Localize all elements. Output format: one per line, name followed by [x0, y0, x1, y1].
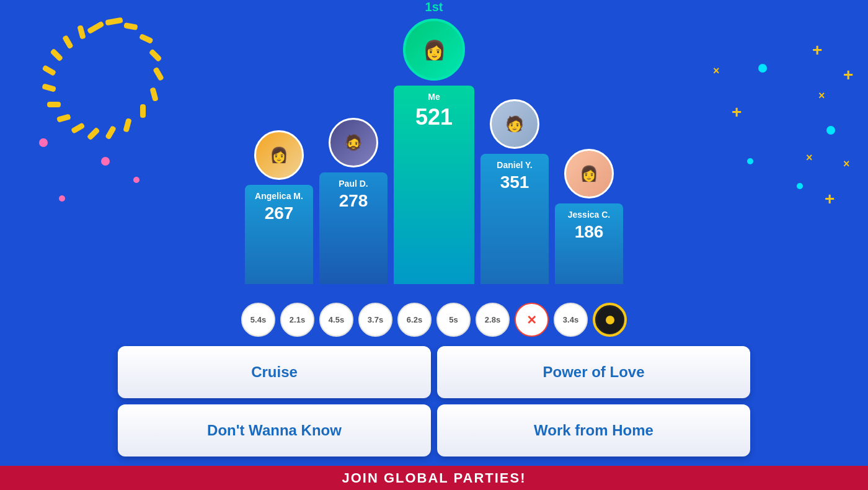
bottom-bar[interactable]: JOIN GLOBAL PARTIES!: [0, 466, 868, 490]
player-angelica: 👩 Angelica M. 267: [245, 130, 313, 284]
timing-bubble-1: 2.1s: [280, 303, 314, 337]
player-name-me: Me: [428, 92, 440, 102]
avatar-angelica: 👩: [254, 130, 304, 180]
answer-dont-wanna-know[interactable]: Don't Wanna Know: [118, 404, 431, 457]
player-name-angelica: Angelica M.: [255, 191, 303, 201]
answer-power-of-love[interactable]: Power of Love: [437, 346, 750, 398]
player-score-daniel: 351: [500, 172, 529, 192]
timing-bubble-4: 6.2s: [397, 303, 432, 337]
avatar-jessica: 👩: [564, 149, 614, 198]
vinyl-disc-icon: [597, 307, 623, 333]
rank-first-label: 1st: [425, 0, 443, 14]
timing-bubble-0: 5.4s: [241, 303, 275, 337]
player-name-daniel: Daniel Y.: [497, 160, 532, 170]
player-score-angelica: 267: [265, 203, 294, 223]
avatar-daniel: 🧑: [490, 99, 539, 149]
timing-bubble-active: [593, 303, 627, 337]
player-score-jessica: 186: [575, 222, 604, 242]
timing-bubble-2: 4.5s: [319, 303, 353, 337]
timing-bubble-5: 5s: [436, 303, 471, 337]
leaderboard: 👩 Angelica M. 267 🧔 Paul D. 278 1: [0, 0, 868, 296]
timing-bubble-3: 3.7s: [358, 303, 392, 337]
player-daniel: 🧑 Daniel Y. 351: [480, 99, 549, 284]
player-jessica: 👩 Jessica C. 186: [555, 149, 623, 284]
player-me: 1st 👩 Me 521: [394, 19, 474, 284]
timing-bubble-error: ✕: [515, 303, 549, 337]
join-label: JOIN GLOBAL PARTIES!: [342, 470, 526, 486]
timing-bubble-8: 3.4s: [554, 303, 588, 337]
timing-row: 5.4s 2.1s 4.5s 3.7s 6.2s 5s 2.8s ✕ 3.4s: [0, 296, 868, 346]
answer-work-from-home[interactable]: Work from Home: [437, 404, 750, 457]
player-score-me: 521: [415, 104, 453, 130]
answer-options: Cruise Power of Love Don't Wanna Know Wo…: [0, 346, 868, 466]
avatar-me: 👩: [403, 19, 465, 81]
player-name-paul: Paul D.: [339, 179, 368, 189]
main-content: 👩 Angelica M. 267 🧔 Paul D. 278 1: [0, 0, 868, 490]
player-name-jessica: Jessica C.: [568, 210, 611, 220]
avatar-paul: 🧔: [329, 118, 378, 167]
answer-cruise[interactable]: Cruise: [118, 346, 431, 398]
player-score-paul: 278: [339, 191, 368, 211]
timing-bubble-6: 2.8s: [476, 303, 510, 337]
player-paul: 🧔 Paul D. 278: [319, 118, 388, 284]
